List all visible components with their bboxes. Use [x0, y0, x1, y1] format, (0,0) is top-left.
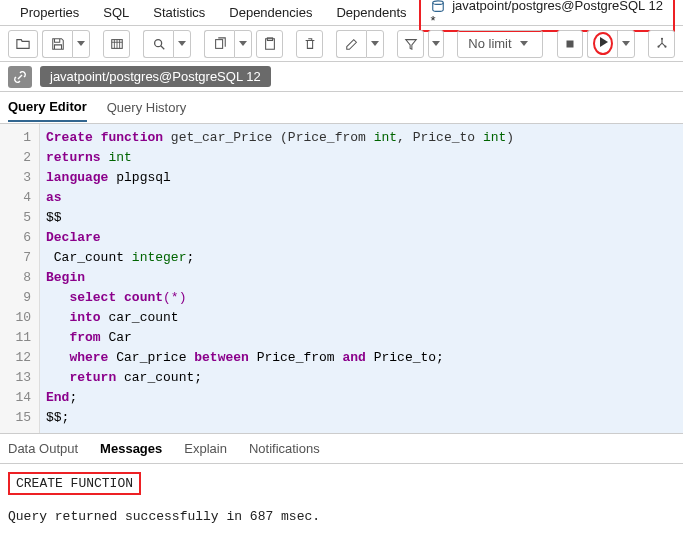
filter-button[interactable] [397, 30, 424, 58]
connection-label[interactable]: javatpoint/postgres@PostgreSQL 12 [40, 66, 271, 87]
play-icon [593, 32, 613, 55]
output-tabs: Data Output Messages Explain Notificatio… [0, 434, 683, 464]
sql-editor[interactable]: 1 2 3 4 5 6 7 8 9 10 11 12 13 14 15 Crea… [0, 124, 683, 434]
line-gutter: 1 2 3 4 5 6 7 8 9 10 11 12 13 14 15 [0, 124, 40, 433]
line-num: 13 [0, 368, 39, 388]
link-icon[interactable] [8, 66, 32, 88]
search-button[interactable] [143, 30, 173, 58]
copy-dropdown[interactable] [234, 30, 252, 58]
tab-explain[interactable]: Explain [184, 441, 227, 456]
tab-properties[interactable]: Properties [8, 1, 91, 24]
line-num: 14 [0, 388, 39, 408]
tab-dependencies[interactable]: Dependencies [217, 1, 324, 24]
tab-statistics[interactable]: Statistics [141, 1, 217, 24]
tab-query-tool-label: javatpoint/postgres@PostgreSQL 12 * [431, 0, 663, 28]
chevron-down-icon [432, 41, 440, 46]
line-num: 7 [0, 248, 39, 268]
delete-button[interactable] [296, 30, 323, 58]
chevron-down-icon [239, 41, 247, 46]
tab-query-editor[interactable]: Query Editor [8, 93, 87, 122]
svg-point-2 [154, 39, 161, 46]
filter-dropdown[interactable] [428, 30, 444, 58]
chevron-down-icon [622, 41, 630, 46]
save-button[interactable] [42, 30, 72, 58]
tab-dependents[interactable]: Dependents [324, 1, 418, 24]
top-tab-bar: Properties SQL Statistics Dependencies D… [0, 0, 683, 26]
edit-button[interactable] [336, 30, 366, 58]
tab-notifications[interactable]: Notifications [249, 441, 320, 456]
tab-messages[interactable]: Messages [100, 441, 162, 456]
find-button[interactable] [103, 30, 130, 58]
open-file-button[interactable] [8, 30, 38, 58]
tab-query-history[interactable]: Query History [107, 94, 186, 121]
line-num: 11 [0, 328, 39, 348]
tab-sql[interactable]: SQL [91, 1, 141, 24]
tab-query-tool[interactable]: javatpoint/postgres@PostgreSQL 12 * [419, 0, 675, 32]
editor-tabs: Query Editor Query History [0, 92, 683, 124]
code-area[interactable]: Create function get_car_Price (Price_fro… [40, 124, 683, 433]
execute-dropdown[interactable] [617, 30, 635, 58]
chevron-down-icon [520, 41, 528, 46]
output-panel: CREATE FUNCTION Query returned successfu… [0, 464, 683, 532]
execute-button[interactable] [587, 30, 617, 58]
paste-button[interactable] [256, 30, 283, 58]
line-num: 5 [0, 208, 39, 228]
save-dropdown[interactable] [72, 30, 90, 58]
chevron-down-icon [371, 41, 379, 46]
line-num: 15 [0, 408, 39, 428]
explain-button[interactable] [648, 30, 675, 58]
line-num: 10 [0, 308, 39, 328]
svg-point-7 [661, 37, 663, 39]
svg-point-0 [432, 1, 443, 5]
svg-rect-6 [566, 40, 573, 47]
line-num: 8 [0, 268, 39, 288]
line-num: 12 [0, 348, 39, 368]
connection-bar: javatpoint/postgres@PostgreSQL 12 [0, 62, 683, 92]
copy-button[interactable] [204, 30, 234, 58]
search-dropdown[interactable] [173, 30, 191, 58]
stop-button[interactable] [557, 30, 584, 58]
limit-select[interactable]: No limit [457, 30, 543, 58]
chevron-down-icon [77, 41, 85, 46]
line-num: 4 [0, 188, 39, 208]
line-num: 2 [0, 148, 39, 168]
output-status: Query returned successfully in 687 msec. [8, 509, 675, 524]
edit-dropdown[interactable] [366, 30, 384, 58]
line-num: 3 [0, 168, 39, 188]
svg-point-8 [657, 45, 659, 47]
toolbar: No limit [0, 26, 683, 62]
line-num: 1 [0, 128, 39, 148]
output-result: CREATE FUNCTION [8, 472, 141, 495]
database-icon [431, 0, 445, 12]
svg-point-9 [664, 45, 666, 47]
chevron-down-icon [178, 41, 186, 46]
line-num: 6 [0, 228, 39, 248]
tab-data-output[interactable]: Data Output [8, 441, 78, 456]
limit-label: No limit [468, 36, 511, 51]
svg-rect-3 [216, 39, 223, 48]
line-num: 9 [0, 288, 39, 308]
